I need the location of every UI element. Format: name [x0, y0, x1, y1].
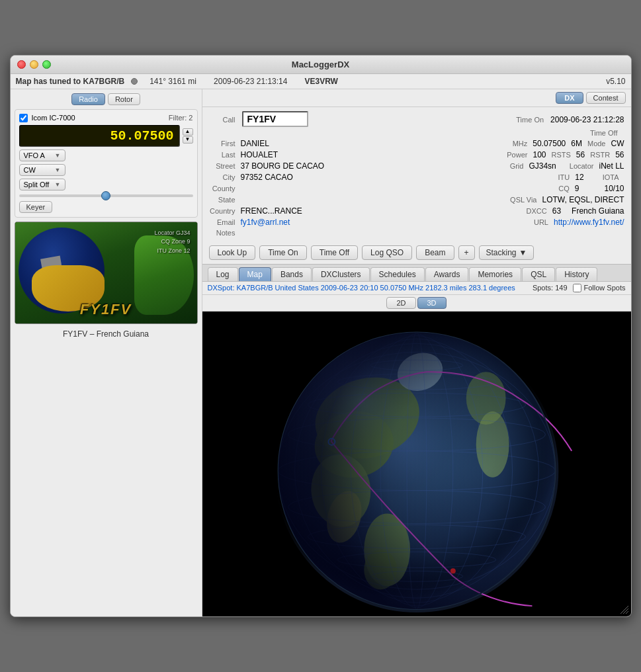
- stacking-label: Stacking: [486, 248, 517, 257]
- rf-slider-track: [19, 194, 193, 197]
- tab-log[interactable]: Log: [208, 267, 238, 281]
- rf-slider-thumb[interactable]: [101, 191, 110, 200]
- follow-spots-label: Follow Spots: [584, 284, 626, 292]
- follow-spots-checkbox[interactable]: [573, 284, 581, 292]
- view-toggle-bar: 2D 3D: [202, 295, 631, 312]
- rstr-label: RSTR: [590, 151, 610, 159]
- notes-row: Notes: [209, 229, 624, 237]
- first-value: DANIEL: [241, 139, 287, 148]
- time-off-button[interactable]: Time Off: [311, 245, 358, 260]
- rsts-label: RSTS: [551, 151, 570, 159]
- vfo-select[interactable]: VFO A ▼: [19, 149, 65, 161]
- tab-qsl[interactable]: QSL: [522, 267, 555, 281]
- plus-button[interactable]: +: [458, 245, 475, 260]
- freq-down-button[interactable]: ▼: [183, 136, 193, 144]
- log-qso-button[interactable]: Log QSO: [362, 245, 412, 260]
- body-panels: Radio Rotor Icom IC-7000 Filter: 2 50.07…: [11, 89, 631, 617]
- locator-line2: CQ Zone 9: [154, 237, 190, 247]
- time-off-row: Time Off: [209, 129, 624, 137]
- view-3d-button[interactable]: 3D: [417, 297, 447, 309]
- rotor-tab[interactable]: Rotor: [108, 93, 140, 105]
- freq-up-button[interactable]: ▲: [183, 128, 193, 136]
- contact-info-section: Call Time On 2009-06-23 21:12:28 Time Of…: [202, 107, 631, 243]
- mode-arrow-icon: ▼: [55, 167, 61, 173]
- grid-label: Grid: [510, 162, 524, 170]
- country-value: FRENC...RANCE: [241, 206, 314, 216]
- mode-select[interactable]: CW ▼: [19, 164, 65, 176]
- dxcc-label: DXCC: [527, 207, 547, 215]
- itu-value: 12: [575, 173, 583, 182]
- power-value: 100: [533, 150, 546, 159]
- zoom-button[interactable]: [42, 60, 51, 69]
- county-cq-row: County CQ 9 10/10: [209, 184, 624, 193]
- spots-info: Spots: 149: [533, 284, 568, 292]
- radio-checkbox-row: Icom IC-7000 Filter: 2: [19, 114, 193, 122]
- radio-tab[interactable]: Radio: [71, 93, 105, 105]
- tab-memories[interactable]: Memories: [469, 267, 521, 281]
- version-label: v5.10: [606, 77, 625, 86]
- notes-label: Notes: [209, 229, 235, 237]
- band-value: 6M: [571, 139, 582, 148]
- datetime-info: 2009-06-23 21:13:14: [214, 77, 287, 86]
- locator-line3: ITU Zone 12: [154, 247, 190, 256]
- iota-label: IOTA: [603, 173, 619, 181]
- tabs-bar: Log Map Bands DXClusters Schedules Award…: [202, 264, 631, 282]
- left-panel: Radio Rotor Icom IC-7000 Filter: 2 50.07…: [11, 89, 202, 617]
- locator-line1: Locator GJ34: [154, 229, 190, 238]
- tab-history[interactable]: History: [556, 267, 597, 281]
- tab-awards[interactable]: Awards: [425, 267, 469, 281]
- country-dxcc-row: Country FRENC...RANCE DXCC 63 French Gui…: [209, 206, 624, 216]
- mode-value: CW: [611, 139, 624, 148]
- county-label: County: [209, 185, 235, 192]
- status-bar: Map has tuned to KA7BGR/B 141° 3161 mi 2…: [11, 74, 631, 89]
- view-2d-button[interactable]: 2D: [386, 297, 415, 309]
- country-label: Country: [209, 207, 235, 215]
- split-select[interactable]: Split Off ▼: [19, 179, 65, 190]
- title-bar: MacLoggerDX: [11, 56, 631, 74]
- tab-map[interactable]: Map: [239, 267, 271, 281]
- parrot-background: Locator GJ34 CQ Zone 9 ITU Zone 12 FY1FV: [15, 222, 197, 323]
- resize-handle[interactable]: [618, 603, 628, 614]
- stacking-button[interactable]: Stacking ▼: [479, 245, 534, 260]
- time-on-button[interactable]: Time On: [259, 245, 307, 260]
- follow-spots-container: Follow Spots: [573, 284, 626, 292]
- call-label: Call: [209, 116, 235, 124]
- main-window: MacLoggerDX Map has tuned to KA7BGR/B 14…: [10, 55, 632, 618]
- time-on-value: 2009-06-23 21:12:28: [550, 115, 624, 124]
- radio-model-label: Icom IC-7000: [32, 114, 75, 122]
- radio-enabled-checkbox[interactable]: [19, 114, 28, 122]
- split-arrow-icon: ▼: [55, 181, 61, 188]
- map-container: [202, 312, 631, 617]
- state-qsl-row: State QSL Via LOTW, EQSL, DIRECT: [209, 195, 624, 204]
- call-time-row: Call Time On 2009-06-23 21:12:28: [209, 111, 624, 127]
- beam-button[interactable]: Beam: [416, 245, 454, 260]
- keyer-button[interactable]: Keyer: [19, 201, 53, 213]
- action-bar: Look Up Time On Time Off Log QSO Beam + …: [202, 243, 631, 264]
- tab-dxclusters[interactable]: DXClusters: [312, 267, 370, 281]
- dx-button[interactable]: DX: [556, 92, 583, 104]
- email-link[interactable]: fy1fv@arrl.net: [241, 218, 314, 227]
- tab-schedules[interactable]: Schedules: [370, 267, 425, 281]
- qsl-via-label: QSL Via: [510, 196, 536, 204]
- split-row: Split Off ▼: [19, 179, 193, 190]
- email-url-row: Email fy1fv@arrl.net URL http://www.fy1f…: [209, 218, 624, 227]
- close-button[interactable]: [17, 60, 26, 69]
- dxcc-name-value: French Guiana: [572, 206, 624, 216]
- qsl-via-value: LOTW, EQSL, DIRECT: [542, 195, 624, 204]
- rstr-value: 56: [615, 150, 624, 159]
- minimize-button[interactable]: [30, 60, 38, 69]
- vfo-arrow-icon: ▼: [55, 152, 61, 159]
- vfo-row: VFO A ▼: [19, 149, 193, 161]
- bearing-info: 141° 3161 mi: [150, 77, 196, 86]
- cq-value: 9: [575, 184, 579, 193]
- tab-bands[interactable]: Bands: [272, 267, 312, 281]
- freq-row: 50.07500 ▲ ▼: [19, 125, 193, 147]
- last-power-row: Last HOUALET Power 100 RSTS 56 RSTR 56: [209, 150, 624, 159]
- contest-button[interactable]: Contest: [586, 92, 626, 104]
- power-label: Power: [507, 151, 527, 159]
- keyer-row: Keyer: [19, 201, 193, 213]
- look-up-button[interactable]: Look Up: [209, 245, 256, 260]
- callsign-input[interactable]: [242, 111, 308, 127]
- url-link[interactable]: http://www.fy1fv.net/: [554, 218, 624, 227]
- city-value: 97352 CACAO: [241, 173, 314, 182]
